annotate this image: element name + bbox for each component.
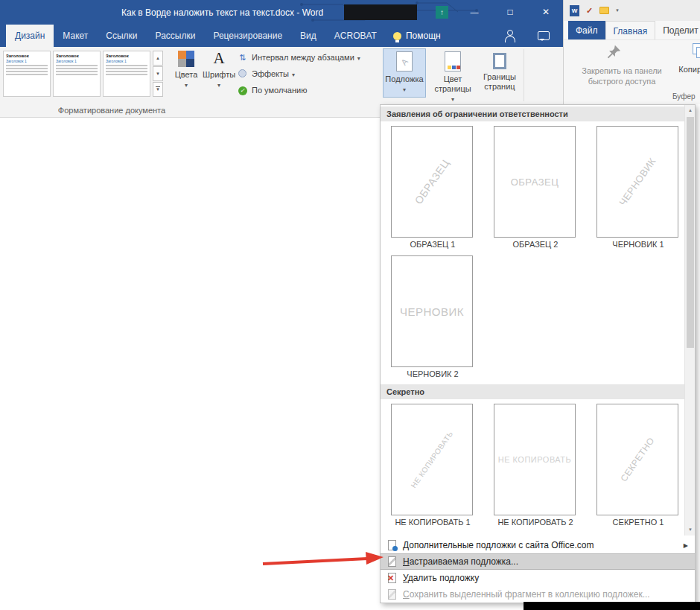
gallery-section-header: Заявления об ограничении ответственности	[381, 107, 684, 121]
gallery-row: НЕ КОПИРОВАТЬ НЕ КОПИРОВАТЬ 1 НЕ КОПИРОВ…	[381, 404, 684, 529]
watermark-item-chernovik-2[interactable]: ЧЕРНОВИК ЧЕРНОВИК 2	[391, 255, 474, 381]
caret-down-icon	[403, 84, 406, 93]
group-separator	[524, 49, 524, 101]
submenu-arrow-icon	[684, 542, 690, 549]
colors-palette-icon	[178, 51, 194, 67]
watermark-thumbnail: ЧЕРНОВИК	[596, 126, 678, 238]
watermark-preview-text: ОБРАЗЕЦ	[413, 157, 452, 206]
red-x-icon	[387, 574, 394, 583]
tab-view[interactable]: Вид	[291, 25, 325, 47]
tab-home[interactable]: Главная	[605, 21, 656, 39]
caret-down-icon	[292, 69, 295, 78]
watermark-dropdown-panel: Заявления об ограничении ответственности…	[380, 104, 696, 603]
style-card-textline	[106, 74, 147, 75]
effects-button[interactable]: Эффекты	[237, 66, 360, 82]
office-com-watermark-icon	[385, 540, 398, 550]
check-icon[interactable]	[586, 6, 593, 16]
watermark-preview-text: НЕ КОПИРОВАТЬ	[410, 430, 455, 489]
down-arrow-icon	[156, 72, 160, 76]
watermark-item-ne-kopirovat-2[interactable]: НЕ КОПИРОВАТЬ НЕ КОПИРОВАТЬ 2	[494, 404, 577, 529]
page-color-button[interactable]: Цвет страницы	[432, 49, 474, 104]
paragraph-spacing-button[interactable]: Интервал между абзацами	[237, 49, 360, 66]
caret-down-icon	[357, 53, 360, 62]
redacted-region-bottom	[524, 602, 700, 610]
theme-fonts-button[interactable]: A Шрифты	[203, 49, 235, 90]
second-window-ribbon: Закрепить на панели быстрого доступа Коп…	[564, 40, 700, 104]
word-app-icon[interactable]	[570, 5, 579, 16]
page-borders-button[interactable]: Границы страниц	[478, 49, 521, 92]
menu-item-label: Дополнительные подложки с сайта Office.c…	[403, 540, 594, 550]
tab-mailings[interactable]: Рассылки	[147, 25, 205, 47]
maximize-button[interactable]	[497, 0, 523, 25]
qat-customize-caret-icon[interactable]	[616, 7, 619, 13]
watermark-menu-commands: Дополнительные подложки с сайта Office.c…	[381, 536, 695, 603]
watermark-thumbnail: НЕ КОПИРОВАТЬ	[494, 404, 576, 515]
copy-button[interactable]: Копироват	[672, 43, 700, 74]
scrollbar-thumb[interactable]	[687, 117, 694, 348]
menu-item-remove-watermark[interactable]: Удалить подложку	[381, 570, 695, 586]
tab-references[interactable]: Ссылки	[97, 25, 146, 47]
watermark-item-obrazec-2[interactable]: ОБРАЗЕЦ ОБРАЗЕЦ 2	[494, 126, 577, 251]
style-set-card[interactable]: Заголовок Заголовок 1	[53, 51, 101, 97]
watermark-button[interactable]: A Подложка	[383, 48, 426, 98]
menu-item-more-watermarks[interactable]: Дополнительные подложки с сайта Office.c…	[381, 537, 695, 553]
comments-icon[interactable]	[538, 31, 550, 40]
second-window-tab-bar: Файл Главная Поделит	[564, 21, 700, 40]
quick-access-toolbar	[564, 0, 700, 21]
tell-me-label: Помощн	[406, 31, 441, 41]
watermark-preview-text: СЕКРЕТНО	[618, 436, 656, 484]
set-default-button[interactable]: По умолчанию	[237, 82, 360, 98]
custom-watermark-icon	[385, 556, 398, 567]
save-selection-icon	[385, 589, 398, 600]
tab-design[interactable]: Дизайн	[6, 25, 54, 47]
tab-file[interactable]: Файл	[568, 21, 605, 39]
effects-sphere-icon	[238, 69, 246, 77]
fonts-letter-icon: A	[203, 49, 235, 67]
style-card-textline	[56, 65, 98, 66]
scroll-down-button[interactable]: ▼	[685, 524, 696, 536]
screen: Как в Ворде наложить текст на текст.docx…	[0, 0, 700, 610]
page-color-label-line1: Цвет	[444, 74, 462, 83]
style-card-subtitle: Заголовок 1	[4, 58, 50, 63]
gallery-row: ОБРАЗЕЦ ОБРАЗЕЦ 1 ОБРАЗЕЦ ОБРАЗЕЦ 2 ЧЕРН…	[381, 126, 684, 251]
pin-to-qat-item[interactable]: Закрепить на панели быстрого доступа	[567, 66, 677, 87]
watermark-item-label: НЕ КОПИРОВАТЬ 2	[494, 518, 577, 529]
gallery-more-button[interactable]	[153, 82, 163, 97]
gallery-up-button[interactable]	[153, 51, 163, 66]
gallery-scrollbar[interactable]: ▲ ▼	[684, 105, 695, 536]
redacted-region	[344, 4, 417, 20]
watermark-item-chernovik-1[interactable]: ЧЕРНОВИК ЧЕРНОВИК 1	[596, 126, 680, 251]
watermark-item-obrazec-1[interactable]: ОБРАЗЕЦ ОБРАЗЕЦ 1	[391, 126, 474, 251]
menu-item-custom-watermark[interactable]: Настраиваемая подложка...	[381, 553, 695, 570]
tell-me-box[interactable]: Помощн	[386, 25, 448, 47]
more-arrow-icon	[156, 86, 160, 92]
tab-share[interactable]: Поделит	[655, 21, 700, 39]
watermark-item-ne-kopirovat-1[interactable]: НЕ КОПИРОВАТЬ НЕ КОПИРОВАТЬ 1	[391, 404, 474, 529]
gallery-down-button[interactable]	[153, 66, 163, 81]
theme-colors-button[interactable]: Цвета	[170, 49, 203, 90]
tab-layout[interactable]: Макет	[54, 25, 97, 47]
watermark-item-sekretno-1[interactable]: СЕКРЕТНО СЕКРЕТНО 1	[596, 404, 680, 529]
style-card-textline	[56, 71, 98, 72]
watermark-preview-text: ОБРАЗЕЦ	[494, 177, 575, 188]
style-card-textline	[56, 74, 98, 75]
update-badge-icon[interactable]: ↑	[436, 6, 448, 19]
pushpin-icon	[605, 44, 622, 60]
style-card-textline	[106, 65, 147, 66]
watermark-thumbnail: ОБРАЗЕЦ	[494, 126, 576, 238]
account-person-icon[interactable]	[503, 30, 515, 42]
scroll-up-button[interactable]: ▲	[685, 105, 696, 116]
minimize-button[interactable]	[462, 0, 487, 25]
folder-icon[interactable]	[599, 7, 609, 14]
watermark-preview-text: ЧЕРНОВИК	[617, 156, 658, 208]
set-default-label: По умолчанию	[252, 86, 307, 95]
fonts-label: Шрифты	[203, 70, 235, 79]
style-set-card[interactable]: Заголовок Заголовок 1	[103, 51, 150, 97]
tab-acrobat[interactable]: ACROBAT	[325, 25, 386, 47]
copy-label: Копироват	[672, 65, 700, 74]
close-button[interactable]	[533, 0, 559, 25]
ribbon-group-label: Форматирование документа	[0, 106, 223, 115]
watermark-gallery: Заявления об ограничении ответственности…	[381, 105, 684, 536]
style-set-card[interactable]: Заголовок Заголовок 1	[3, 51, 51, 97]
tab-review[interactable]: Рецензирование	[204, 25, 291, 47]
